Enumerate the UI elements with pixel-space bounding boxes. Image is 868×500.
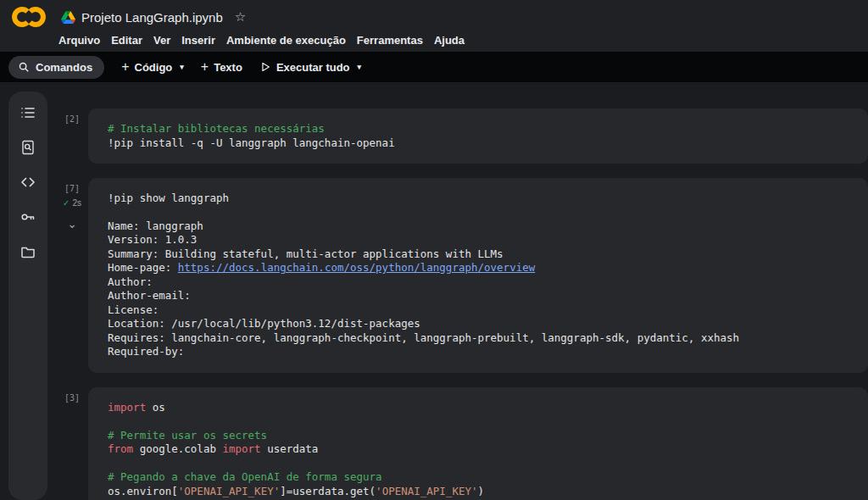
code-token: ) [478,485,485,497]
code-token: Required-by: [108,345,184,358]
add-code-label: Código [135,61,173,74]
plus-icon: + [121,60,129,74]
chevron-down-icon: ▾ [358,63,362,71]
code-token: !pip show langgraph [108,192,229,204]
files-folder-icon[interactable] [20,244,36,259]
execution-count[interactable]: [7] [64,184,80,193]
add-text-label: Texto [214,61,242,74]
add-text-button[interactable]: + Texto [201,60,242,74]
cell-gutter: [7]✓2s⌄ [56,178,88,373]
code-token: Location: /usr/local/lib/python3.12/dist… [108,317,420,330]
code-area: import os # Permite usar os secretsfrom … [108,401,851,499]
notebook-content: [2]# Instalar bibliotecas necessárias!pi… [0,82,868,500]
code-token: google.colab [133,442,222,455]
menu-editar[interactable]: Editar [111,34,142,47]
output-line: Requires: langchain-core, langgraph-chec… [108,331,851,346]
title-row: Projeto LangGraph.ipynb ☆ [0,0,868,29]
menu-arquivo[interactable]: Arquivo [58,34,100,47]
output-line: Location: /usr/local/lib/python3.12/dist… [108,317,851,331]
play-outline-icon [259,61,271,73]
code-line [108,457,851,471]
code-token: 'OPENAI_API_KEY' [376,485,477,497]
cell-gutter: [3] [56,387,88,500]
notebook-title[interactable]: Projeto LangGraph.ipynb [81,10,223,25]
code-line: # Pegando a chave da OpenAI de forma seg… [108,470,851,485]
search-icon [18,61,30,73]
add-code-button[interactable]: + Código ▾ [121,60,184,74]
success-check-icon: ✓ [63,198,70,208]
code-token: !pip install -q -U langgraph langchain-o… [108,136,395,149]
execution-count[interactable]: [2] [64,114,80,124]
code-line: from google.colab import userdata [108,442,851,457]
notebook-cell: [7]✓2s⌄!pip show langgraphName: langgrap… [56,178,868,373]
star-outline-icon[interactable]: ☆ [235,9,246,25]
code-token: Author-email: [108,289,191,302]
cell-gutter: [2] [56,108,88,164]
colab-logo-icon[interactable] [10,5,47,29]
collapse-output-chevron-icon[interactable]: ⌄ [67,219,77,228]
code-token: from [108,442,133,455]
code-line: !pip install -q -U langgraph langchain-o… [108,136,851,151]
code-snippets-icon[interactable] [20,175,36,190]
code-token: 'OPENAI_API_KEY' [178,485,280,497]
execution-time: ✓2s [63,198,81,208]
output-line: Version: 1.0.3 [108,233,851,247]
run-all-button[interactable]: Executar tudo ▾ [259,61,361,74]
menu-bar: Arquivo Editar Ver Inserir Ambiente de e… [0,29,868,52]
output-link[interactable]: https://docs.langchain.com/oss/python/la… [178,261,535,274]
cell-list: [2]# Instalar bibliotecas necessárias!pi… [56,92,868,500]
commands-button[interactable]: Comandos [8,56,104,79]
output-line: License: [108,303,851,318]
execution-count[interactable]: [3] [64,393,80,403]
cell-editor[interactable]: !pip show langgraphName: langgraphVersio… [88,178,868,373]
cell-editor[interactable]: # Instalar bibliotecas necessárias!pip i… [88,108,868,164]
secrets-key-icon[interactable] [20,209,36,225]
code-token: Summary: Building stateful, multi-actor … [108,247,504,260]
code-token: Version: 1.0.3 [108,233,197,246]
code-token: Requires: langchain-core, langgraph-chec… [108,331,739,344]
output-line: Name: langgraph [108,219,851,234]
menu-ferramentas[interactable]: Ferramentas [357,34,423,47]
table-of-contents-icon[interactable] [20,105,36,120]
code-line [108,414,851,429]
code-line: # Instalar bibliotecas necessárias [108,122,851,136]
find-in-notebook-icon[interactable] [20,140,36,155]
google-drive-icon[interactable] [61,11,75,24]
menu-ajuda[interactable]: Ajuda [434,34,465,47]
menu-ambiente-execucao[interactable]: Ambiente de execução [226,34,346,47]
commands-label: Comandos [36,61,92,74]
menu-inserir[interactable]: Inserir [181,34,215,47]
notebook-cell: [2]# Instalar bibliotecas necessárias!pi… [56,108,868,164]
code-token: License: [108,303,159,316]
run-all-label: Executar tudo [276,61,350,74]
code-line: # Permite usar os secrets [108,429,851,443]
output-line: Summary: Building stateful, multi-actor … [108,247,851,262]
code-line: !pip show langgraph [108,192,851,206]
code-token: ]=userdata.get( [280,485,376,497]
code-token: Name: langgraph [108,219,203,232]
code-token: # Instalar bibliotecas necessárias [108,122,325,135]
code-line: import os [108,401,851,415]
left-sidebar [0,92,56,500]
sidebar-panel [8,92,47,500]
code-token: Author: [108,275,153,288]
output-area: Name: langgraphVersion: 1.0.3Summary: Bu… [108,219,851,359]
notebook-toolbar: Comandos + Código ▾ + Texto Executar tud… [0,52,868,82]
code-area: !pip show langgraph [108,192,851,206]
menu-ver[interactable]: Ver [153,34,170,47]
output-line: Home-page: https://docs.langchain.com/os… [108,261,851,275]
output-line: Author: [108,275,851,290]
cell-editor[interactable]: import os # Permite usar os secretsfrom … [88,387,868,500]
code-token: # Pegando a chave da OpenAI de forma seg… [108,470,382,483]
output-line: Required-by: [108,345,851,359]
code-line: os.environ['OPENAI_API_KEY']=userdata.ge… [108,485,851,499]
code-area: # Instalar bibliotecas necessárias!pip i… [108,122,851,150]
code-token: # Permite usar os secrets [108,429,267,442]
notebook-cell: [3]import os # Permite usar os secretsfr… [56,387,868,500]
code-token: import [222,442,260,455]
code-token: os [146,401,165,414]
code-token: os.environ[ [108,485,178,497]
code-token: userdata [261,442,319,455]
code-token: import [108,401,146,414]
app-header: Projeto LangGraph.ipynb ☆ Arquivo Editar… [0,0,868,52]
